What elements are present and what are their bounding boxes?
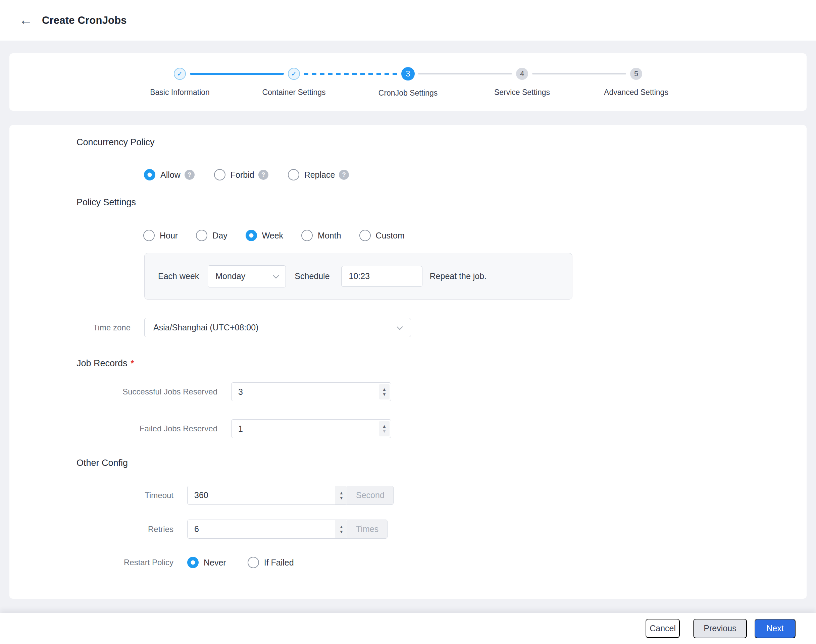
- timeout-unit: Second: [347, 486, 394, 505]
- step-number: 3: [401, 67, 415, 81]
- step-basic-information[interactable]: ✓ Basic Information: [123, 68, 237, 111]
- repeat-job-label: Repeat the job.: [430, 271, 487, 281]
- timezone-row: Time zone Asia/Shanghai (UTC+08:00): [9, 318, 807, 337]
- radio-label: Allow: [160, 170, 181, 180]
- stepper-down-icon[interactable]: ▼: [339, 529, 344, 534]
- successful-jobs-field: ▲ ▼: [231, 382, 391, 401]
- failed-jobs-input[interactable]: [232, 420, 376, 438]
- radio-never[interactable]: Never: [187, 557, 226, 568]
- retries-row: Retries ▲ ▼ Times: [9, 520, 807, 539]
- radio-unselected-icon[interactable]: [248, 557, 259, 568]
- back-icon[interactable]: ←: [19, 13, 32, 26]
- number-stepper: ▲ ▼: [379, 384, 390, 399]
- step-label: Basic Information: [150, 88, 210, 97]
- radio-week[interactable]: Week: [245, 230, 283, 241]
- radio-label: Week: [262, 231, 283, 241]
- step-label: CronJob Settings: [379, 89, 437, 98]
- help-icon[interactable]: ?: [258, 170, 268, 180]
- successful-jobs-label: Successful Jobs Reserved: [9, 387, 218, 396]
- radio-selected-icon[interactable]: [245, 230, 257, 241]
- restart-policy-label: Restart Policy: [9, 558, 173, 567]
- step-label: Container Settings: [262, 88, 325, 97]
- radio-unselected-icon[interactable]: [301, 230, 313, 241]
- stepper-down-icon[interactable]: ▼: [382, 392, 387, 397]
- failed-jobs-field: ▲ ▼: [231, 419, 391, 438]
- radio-selected-icon[interactable]: [187, 557, 199, 568]
- radio-selected-icon[interactable]: [144, 169, 155, 181]
- stepper-up-icon[interactable]: ▲: [382, 424, 387, 429]
- retries-field: ▲ ▼: [187, 520, 347, 539]
- step-number: 4: [516, 68, 528, 80]
- next-button[interactable]: Next: [755, 619, 796, 638]
- connector-2-3: [304, 73, 398, 75]
- radio-if-failed[interactable]: If Failed: [248, 557, 294, 568]
- check-icon: ✓: [174, 68, 186, 80]
- previous-button[interactable]: Previous: [693, 619, 747, 638]
- timezone-value: Asia/Shanghai (UTC+08:00): [153, 323, 258, 333]
- number-stepper: ▲ ▼: [379, 421, 390, 436]
- radio-hour[interactable]: Hour: [143, 230, 178, 241]
- check-icon: ✓: [288, 68, 300, 80]
- radio-unselected-icon[interactable]: [288, 169, 299, 181]
- policy-settings-options: Hour Day Week Month Custom: [143, 229, 405, 241]
- connector-1-2: [190, 73, 284, 75]
- job-records-heading-text: Job Records: [77, 358, 127, 368]
- cronjob-settings-form: Concurrency Policy Allow ? Forbid ? Repl…: [9, 125, 807, 599]
- job-records-heading: Job Records*: [77, 358, 134, 369]
- step-label: Advanced Settings: [604, 88, 668, 97]
- number-stepper: ▲ ▼: [336, 520, 347, 538]
- timeout-row: Timeout ▲ ▼ Second: [9, 486, 807, 505]
- help-icon[interactable]: ?: [184, 170, 195, 180]
- timeout-field: ▲ ▼: [187, 486, 347, 505]
- retries-input[interactable]: [187, 520, 332, 538]
- required-asterisk: *: [131, 359, 134, 368]
- connector-4-5: [532, 73, 626, 74]
- weekday-value: Monday: [215, 271, 245, 281]
- page-title: Create CronJobs: [42, 14, 127, 26]
- schedule-label: Schedule: [294, 271, 330, 281]
- stepper: ✓ Basic Information ✓ Container Settings…: [9, 53, 807, 111]
- timeout-input[interactable]: [187, 486, 332, 504]
- radio-month[interactable]: Month: [301, 230, 341, 241]
- weekly-schedule-panel: Each week Monday Schedule Repeat the job…: [144, 253, 572, 299]
- timezone-select[interactable]: Asia/Shanghai (UTC+08:00): [144, 318, 411, 337]
- weekday-select[interactable]: Monday: [208, 265, 286, 287]
- stepper-up-icon[interactable]: ▲: [339, 524, 344, 529]
- stepper-down-icon[interactable]: ▼: [339, 495, 344, 500]
- concurrency-policy-options: Allow ? Forbid ? Replace ?: [144, 169, 368, 181]
- stepper-up-icon[interactable]: ▲: [339, 491, 344, 495]
- radio-unselected-icon[interactable]: [214, 169, 225, 181]
- radio-label: Month: [318, 231, 341, 241]
- radio-unselected-icon[interactable]: [359, 230, 371, 241]
- radio-custom[interactable]: Custom: [359, 230, 405, 241]
- restart-policy-options: Never If Failed: [187, 557, 294, 568]
- radio-allow[interactable]: Allow ?: [144, 169, 195, 181]
- failed-jobs-row: Failed Jobs Reserved ▲ ▼: [9, 419, 807, 438]
- stepper-down-icon[interactable]: ▼: [382, 429, 387, 434]
- radio-forbid[interactable]: Forbid ?: [214, 169, 268, 181]
- radio-unselected-icon[interactable]: [143, 230, 155, 241]
- stepper-up-icon[interactable]: ▲: [382, 387, 387, 392]
- step-label: Service Settings: [494, 88, 550, 97]
- cancel-button[interactable]: Cancel: [646, 619, 680, 638]
- schedule-time-input[interactable]: [342, 266, 422, 287]
- radio-unselected-icon[interactable]: [196, 230, 207, 241]
- retries-unit: Times: [347, 520, 388, 539]
- restart-policy-row: Restart Policy Never If Failed: [9, 554, 807, 570]
- concurrency-policy-heading: Concurrency Policy: [77, 137, 155, 147]
- radio-replace[interactable]: Replace ?: [288, 169, 349, 181]
- radio-label: Hour: [160, 231, 178, 241]
- successful-jobs-input[interactable]: [232, 383, 376, 401]
- help-icon[interactable]: ?: [339, 170, 349, 180]
- failed-jobs-label: Failed Jobs Reserved: [9, 424, 218, 433]
- radio-label: If Failed: [264, 558, 294, 567]
- radio-day[interactable]: Day: [196, 230, 227, 241]
- timeout-label: Timeout: [9, 491, 173, 500]
- number-stepper: ▲ ▼: [336, 486, 347, 504]
- chevron-down-icon: [397, 324, 403, 330]
- top-bar: ← Create CronJobs: [0, 0, 816, 41]
- schedule-time-field: [341, 266, 422, 287]
- connector-3-4: [418, 73, 512, 74]
- retries-group: ▲ ▼ Times: [187, 520, 388, 539]
- each-week-label: Each week: [158, 271, 199, 281]
